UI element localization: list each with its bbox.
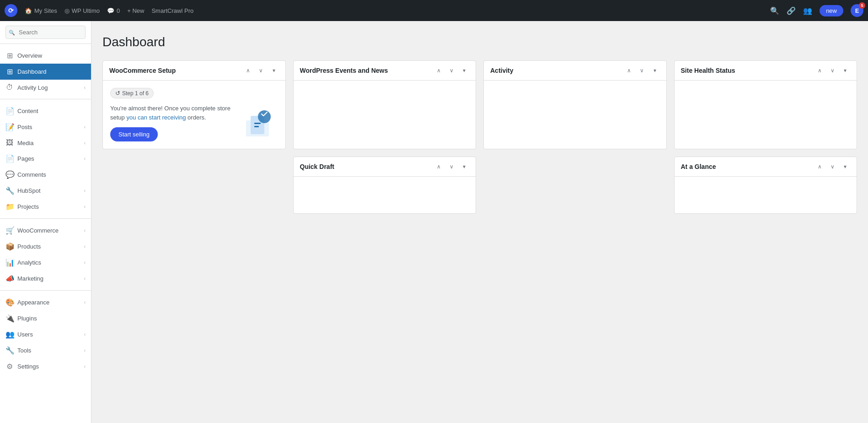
woo-setup-content: You're almost there! Once you complete s… bbox=[110, 104, 278, 141]
quick-draft-hide[interactable]: ▾ bbox=[459, 162, 469, 172]
hubspot-chevron: ‹ bbox=[84, 188, 86, 193]
sidebar-item-products[interactable]: 📦 Products ‹ bbox=[0, 239, 91, 255]
widget-wp-events: WordPress Events and News ∧ ∨ ▾ bbox=[293, 60, 477, 149]
sidebar-item-dashboard[interactable]: ⊞ Dashboard bbox=[0, 64, 91, 80]
site-health-up[interactable]: ∧ bbox=[814, 65, 825, 76]
users-icon[interactable]: 👥 bbox=[803, 6, 812, 15]
marketing-chevron: ‹ bbox=[84, 276, 86, 281]
at-a-glance-title: At a Glance bbox=[681, 163, 812, 170]
sidebar-item-pages[interactable]: 📄 Pages ‹ bbox=[0, 151, 91, 167]
media-label: Media bbox=[17, 140, 80, 146]
sidebar-item-overview[interactable]: ⊞ Overview bbox=[0, 48, 91, 64]
activity-log-label: Activity Log bbox=[17, 84, 80, 91]
sidebar-item-projects[interactable]: 📁 Projects ‹ bbox=[0, 199, 91, 215]
sidebar-item-appearance[interactable]: 🎨 Appearance ‹ bbox=[0, 294, 91, 310]
start-selling-button[interactable]: Start selling bbox=[110, 127, 158, 141]
comments-nav[interactable]: 💬 0 bbox=[107, 7, 120, 14]
projects-icon: 📁 bbox=[5, 202, 14, 211]
sidebar-search-container bbox=[0, 21, 91, 44]
site-health-title: Site Health Status bbox=[681, 67, 812, 74]
marketing-label: Marketing bbox=[17, 275, 80, 282]
sidebar-item-settings[interactable]: ⚙ Settings ‹ bbox=[0, 358, 91, 374]
my-sites-nav[interactable]: 🏠 My Sites bbox=[25, 7, 57, 14]
plugin-label: SmartCrawl Pro bbox=[151, 7, 193, 14]
sidebar-item-analytics[interactable]: 📊 Analytics ‹ bbox=[0, 255, 91, 271]
wp-events-up[interactable]: ∧ bbox=[434, 65, 444, 76]
comments-count: 0 bbox=[117, 7, 120, 14]
widget-activity: Activity ∧ ∨ ▾ bbox=[483, 60, 667, 149]
wp-logo[interactable]: ⟳ bbox=[5, 4, 17, 17]
avatar-badge: 5 bbox=[859, 2, 865, 9]
site-health-hide[interactable]: ▾ bbox=[840, 65, 850, 76]
widget-site-health-header: Site Health Status ∧ ∨ ▾ bbox=[675, 61, 857, 81]
products-icon: 📦 bbox=[5, 242, 14, 251]
activity-log-icon: ⏱ bbox=[5, 83, 14, 92]
at-a-glance-hide[interactable]: ▾ bbox=[840, 162, 850, 172]
widget-activity-header: Activity ∧ ∨ ▾ bbox=[484, 61, 666, 81]
at-a-glance-down[interactable]: ∨ bbox=[827, 162, 837, 172]
sidebar-item-users[interactable]: 👥 Users ‹ bbox=[0, 326, 91, 342]
analytics-chevron: ‹ bbox=[84, 260, 86, 265]
new-nav[interactable]: + New bbox=[127, 7, 144, 14]
pages-chevron: ‹ bbox=[84, 156, 86, 161]
avatar[interactable]: E 5 bbox=[851, 4, 863, 17]
sidebar-item-posts[interactable]: 📝 Posts ‹ bbox=[0, 119, 91, 135]
plugin-nav[interactable]: SmartCrawl Pro bbox=[151, 7, 193, 14]
link-icon[interactable]: 🔗 bbox=[787, 6, 796, 15]
hubspot-label: HubSpot bbox=[17, 187, 80, 194]
search-input[interactable] bbox=[5, 26, 86, 39]
plugins-icon: 🔌 bbox=[5, 314, 14, 323]
dashboard-icon: ⊞ bbox=[5, 67, 14, 76]
page-title: Dashboard bbox=[102, 35, 857, 49]
appearance-chevron: ‹ bbox=[84, 300, 86, 305]
sidebar-item-comments[interactable]: 💬 Comments bbox=[0, 167, 91, 183]
search-icon[interactable]: 🔍 bbox=[770, 6, 779, 15]
new-button[interactable]: new bbox=[820, 5, 843, 16]
woocommerce-label: WooCommerce bbox=[17, 227, 80, 234]
sidebar-item-hubspot[interactable]: 🔧 HubSpot ‹ bbox=[0, 183, 91, 199]
wp-events-hide[interactable]: ▾ bbox=[459, 65, 469, 76]
products-label: Products bbox=[17, 243, 80, 250]
analytics-label: Analytics bbox=[17, 259, 80, 266]
wp-events-down[interactable]: ∨ bbox=[446, 65, 456, 76]
widget-woocommerce-setup-header: WooCommerce Setup ∧ ∨ ▾ bbox=[103, 61, 285, 81]
pages-label: Pages bbox=[17, 155, 80, 162]
woocommerce-setup-down[interactable]: ∨ bbox=[256, 65, 266, 76]
quick-draft-down[interactable]: ∨ bbox=[446, 162, 456, 172]
activity-down[interactable]: ∨ bbox=[637, 65, 647, 76]
wp-ultimo-nav[interactable]: ◎ WP Ultimo bbox=[64, 7, 100, 14]
site-health-down[interactable]: ∨ bbox=[827, 65, 837, 76]
wp-ultimo-icon: ◎ bbox=[64, 7, 70, 14]
topbar: ⟳ 🏠 My Sites ◎ WP Ultimo 💬 0 + New Smart… bbox=[0, 0, 868, 21]
svg-rect-4 bbox=[254, 126, 259, 127]
svg-point-2 bbox=[258, 110, 271, 123]
widget-quick-draft: Quick Draft ∧ ∨ ▾ bbox=[293, 157, 477, 214]
quick-draft-up[interactable]: ∧ bbox=[434, 162, 444, 172]
sidebar-item-activity-log[interactable]: ⏱ Activity Log ‹ bbox=[0, 80, 91, 95]
appearance-label: Appearance bbox=[17, 299, 80, 306]
setup-link[interactable]: you can start receiving bbox=[126, 114, 186, 121]
plugins-label: Plugins bbox=[17, 315, 86, 322]
sidebar-item-media[interactable]: 🖼 Media ‹ bbox=[0, 135, 91, 151]
activity-hide[interactable]: ▾ bbox=[650, 65, 660, 76]
woocommerce-setup-hide[interactable]: ▾ bbox=[269, 65, 279, 76]
woocommerce-setup-up[interactable]: ∧ bbox=[243, 65, 253, 76]
posts-label: Posts bbox=[17, 124, 80, 130]
appearance-icon: 🎨 bbox=[5, 298, 14, 307]
sidebar-item-woocommerce[interactable]: 🛒 WooCommerce ‹ bbox=[0, 222, 91, 239]
media-icon: 🖼 bbox=[5, 139, 14, 147]
content-label: Content bbox=[17, 108, 86, 114]
sidebar-item-plugins[interactable]: 🔌 Plugins bbox=[0, 310, 91, 326]
woocommerce-setup-body: Step 1 of 6 You're almost there! Once yo… bbox=[103, 81, 285, 149]
widget-quick-draft-header: Quick Draft ∧ ∨ ▾ bbox=[294, 157, 476, 177]
sidebar-item-tools[interactable]: 🔧 Tools ‹ bbox=[0, 342, 91, 358]
my-sites-icon: 🏠 bbox=[25, 7, 32, 14]
activity-up[interactable]: ∧ bbox=[624, 65, 634, 76]
at-a-glance-up[interactable]: ∧ bbox=[814, 162, 825, 172]
settings-chevron: ‹ bbox=[84, 364, 86, 369]
woo-illustration bbox=[241, 107, 278, 139]
sidebar-item-content[interactable]: 📄 Content bbox=[0, 103, 91, 119]
sidebar-item-marketing[interactable]: 📣 Marketing ‹ bbox=[0, 271, 91, 287]
settings-label: Settings bbox=[17, 363, 80, 370]
activity-log-chevron: ‹ bbox=[84, 85, 86, 90]
